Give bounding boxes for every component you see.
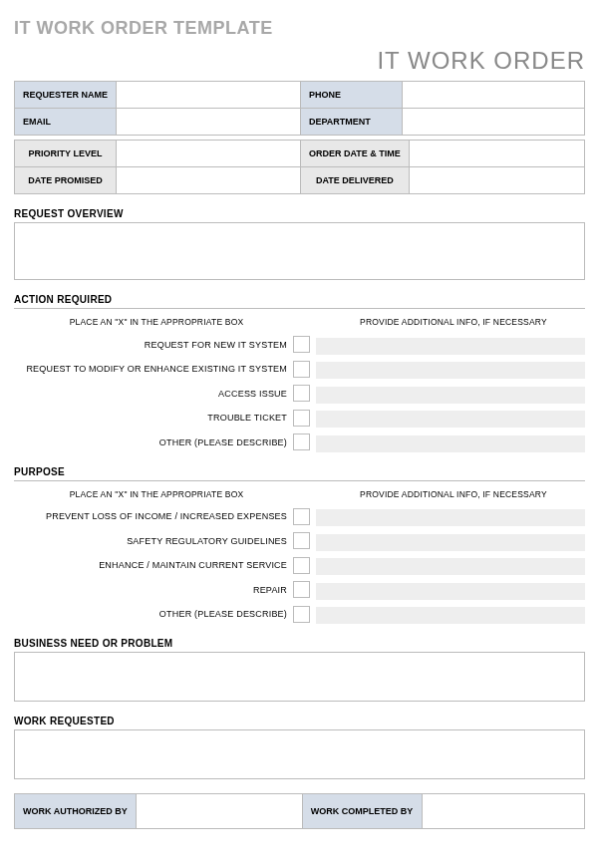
meta-table: PRIORITY LEVEL ORDER DATE & TIME DATE PR…: [14, 140, 585, 194]
action-item-checkbox[interactable]: [293, 336, 310, 353]
checklist-row: OTHER (PLEASE DESCRIBE): [14, 433, 585, 452]
purpose-item-info-input[interactable]: [316, 509, 585, 526]
action-item-checkbox[interactable]: [293, 361, 310, 378]
requester-name-input[interactable]: [117, 82, 300, 108]
checklist-row: REQUEST TO MODIFY OR ENHANCE EXISTING IT…: [14, 360, 585, 380]
purpose-item-info-input[interactable]: [316, 558, 585, 575]
purpose-item-info-input[interactable]: [316, 583, 585, 600]
priority-level-label: PRIORITY LEVEL: [15, 141, 117, 167]
instruction-right: PROVIDE ADDITIONAL INFO, IF NECESSARY: [299, 317, 585, 327]
sub-title: IT WORK ORDER: [14, 47, 585, 75]
purpose-item-checkbox[interactable]: [293, 606, 310, 623]
requester-name-label: REQUESTER NAME: [15, 82, 117, 109]
business-need-textarea[interactable]: [15, 653, 584, 701]
purpose-item-label: ENHANCE / MAINTAIN CURRENT SERVICE: [14, 560, 293, 570]
action-item-checkbox[interactable]: [293, 434, 310, 450]
business-need-header: BUSINESS NEED OR PROBLEM: [14, 638, 585, 649]
date-delivered-input[interactable]: [410, 167, 584, 193]
phone-input[interactable]: [403, 82, 584, 108]
action-item-info-input[interactable]: [316, 411, 585, 428]
checklist-row: SAFETY REGULATORY GUIDELINES: [14, 531, 585, 551]
purpose-item-label: SAFETY REGULATORY GUIDELINES: [14, 536, 293, 546]
instruction-left: PLACE AN "X" IN THE APPROPRIATE BOX: [14, 489, 299, 499]
purpose-item-checkbox[interactable]: [293, 581, 310, 598]
purpose-item-checkbox[interactable]: [293, 557, 310, 574]
action-item-label: REQUEST FOR NEW IT SYSTEM: [14, 340, 293, 350]
action-item-checkbox[interactable]: [293, 385, 310, 402]
action-list: REQUEST FOR NEW IT SYSTEMREQUEST TO MODI…: [14, 335, 585, 452]
instruction-right: PROVIDE ADDITIONAL INFO, IF NECESSARY: [299, 489, 585, 499]
contact-table: REQUESTER NAME PHONE EMAIL DEPARTMENT: [14, 81, 585, 136]
divider: [14, 480, 585, 481]
signature-table: WORK AUTHORIZED BY WORK COMPLETED BY: [14, 793, 585, 829]
date-delivered-label: DATE DELIVERED: [301, 167, 410, 194]
checklist-row: TROUBLE TICKET: [14, 409, 585, 429]
checklist-row: PREVENT LOSS OF INCOME / INCREASED EXPEN…: [14, 507, 585, 527]
department-input[interactable]: [403, 109, 584, 135]
action-item-label: OTHER (PLEASE DESCRIBE): [14, 437, 293, 447]
action-item-info-input[interactable]: [316, 387, 585, 404]
action-item-info-input[interactable]: [316, 338, 585, 355]
work-authorized-label: WORK AUTHORIZED BY: [15, 794, 137, 829]
action-item-label: REQUEST TO MODIFY OR ENHANCE EXISTING IT…: [14, 364, 293, 374]
priority-level-input[interactable]: [117, 141, 300, 166]
purpose-item-checkbox[interactable]: [293, 532, 310, 549]
request-overview-textarea[interactable]: [15, 223, 584, 279]
work-completed-input[interactable]: [423, 794, 584, 828]
work-authorized-input[interactable]: [137, 794, 302, 828]
checklist-row: ACCESS ISSUE: [14, 384, 585, 404]
order-date-label: ORDER DATE & TIME: [301, 141, 410, 167]
instruction-left: PLACE AN "X" IN THE APPROPRIATE BOX: [14, 317, 299, 327]
date-promised-label: DATE PROMISED: [15, 167, 117, 194]
date-promised-input[interactable]: [117, 167, 300, 193]
checklist-row: REQUEST FOR NEW IT SYSTEM: [14, 335, 585, 355]
purpose-list: PREVENT LOSS OF INCOME / INCREASED EXPEN…: [14, 507, 585, 625]
action-item-label: TROUBLE TICKET: [14, 413, 293, 423]
checklist-row: REPAIR: [14, 580, 585, 600]
department-label: DEPARTMENT: [301, 109, 403, 136]
order-date-input[interactable]: [410, 141, 584, 166]
email-input[interactable]: [117, 109, 300, 135]
action-item-info-input[interactable]: [316, 435, 585, 452]
work-completed-label: WORK COMPLETED BY: [302, 794, 422, 829]
work-requested-header: WORK REQUESTED: [14, 716, 585, 726]
page-title: IT WORK ORDER TEMPLATE: [14, 18, 585, 39]
purpose-item-label: REPAIR: [14, 585, 293, 595]
checklist-row: ENHANCE / MAINTAIN CURRENT SERVICE: [14, 556, 585, 576]
action-item-label: ACCESS ISSUE: [14, 389, 293, 399]
divider: [14, 308, 585, 309]
phone-label: PHONE: [301, 82, 403, 109]
purpose-header: PURPOSE: [14, 466, 585, 477]
work-requested-textarea[interactable]: [15, 730, 584, 778]
request-overview-header: REQUEST OVERVIEW: [14, 208, 585, 219]
purpose-item-label: OTHER (PLEASE DESCRIBE): [14, 609, 293, 619]
email-label: EMAIL: [15, 109, 117, 136]
action-item-checkbox[interactable]: [293, 410, 310, 427]
checklist-row: OTHER (PLEASE DESCRIBE): [14, 605, 585, 625]
purpose-item-checkbox[interactable]: [293, 508, 310, 525]
purpose-item-info-input[interactable]: [316, 534, 585, 551]
purpose-item-label: PREVENT LOSS OF INCOME / INCREASED EXPEN…: [14, 511, 293, 521]
action-required-header: ACTION REQUIRED: [14, 294, 585, 305]
action-item-info-input[interactable]: [316, 362, 585, 379]
purpose-item-info-input[interactable]: [316, 607, 585, 624]
